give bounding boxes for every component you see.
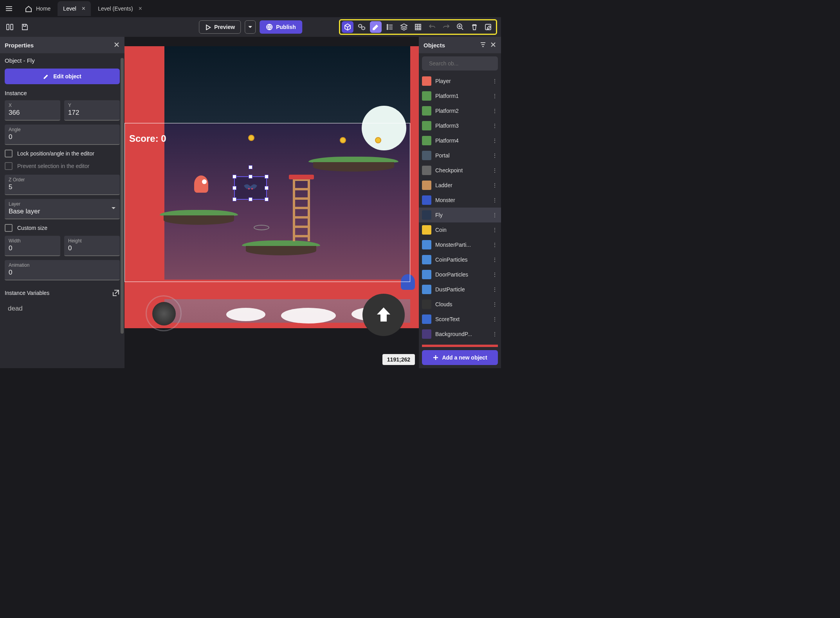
close-icon[interactable]: × — [139, 5, 142, 12]
panel-title: Objects — [424, 42, 445, 49]
object-menu-button[interactable]: ⋮ — [492, 212, 498, 218]
edit-tool-button[interactable] — [370, 21, 382, 33]
objects-search[interactable] — [422, 56, 498, 70]
zorder-input[interactable] — [9, 183, 116, 191]
close-button[interactable] — [490, 42, 496, 49]
delete-button[interactable] — [469, 21, 480, 33]
close-button[interactable] — [114, 42, 120, 49]
object-menu-button[interactable]: ⋮ — [492, 123, 498, 129]
object-item[interactable]: MonsterParti...⋮ — [419, 237, 501, 252]
y-input[interactable] — [68, 109, 116, 117]
resize-handle[interactable] — [233, 186, 236, 190]
save-button[interactable] — [19, 21, 31, 33]
angle-field[interactable]: Angle — [5, 125, 120, 145]
object-menu-button[interactable]: ⋮ — [492, 301, 498, 307]
height-input[interactable] — [68, 244, 116, 252]
object-item[interactable]: Coin⋮ — [419, 222, 501, 237]
object-item[interactable]: Ladder⋮ — [419, 178, 501, 193]
object-item[interactable]: DustParticle⋮ — [419, 282, 501, 297]
object-menu-button[interactable]: ⋮ — [492, 78, 498, 84]
resize-handle[interactable] — [233, 175, 236, 179]
object-item[interactable]: Monster⋮ — [419, 193, 501, 208]
undo-button[interactable] — [426, 21, 438, 33]
preview-button[interactable]: Preview — [199, 20, 241, 34]
panel-layout-button[interactable] — [4, 21, 16, 33]
instance-variables-row[interactable]: Instance Variables — [0, 284, 124, 302]
object-item[interactable]: Platform3⋮ — [419, 118, 501, 133]
object-menu-button[interactable]: ⋮ — [492, 182, 498, 188]
object-menu-button[interactable]: ⋮ — [492, 152, 498, 159]
object-item[interactable]: Platform1⋮ — [419, 89, 501, 103]
grid-button[interactable] — [412, 21, 424, 33]
zorder-field[interactable]: Z Order — [5, 175, 120, 195]
rotate-handle[interactable] — [249, 165, 252, 169]
layer-select[interactable]: Layer Base layer — [5, 199, 120, 219]
tab-level-events[interactable]: Level (Events) × — [92, 1, 148, 16]
object-menu-button[interactable]: ⋮ — [492, 242, 498, 248]
close-icon — [490, 42, 496, 48]
preview-dropdown-button[interactable] — [245, 20, 256, 34]
width-input[interactable] — [9, 244, 56, 252]
resize-handle[interactable] — [265, 186, 269, 190]
fly-selection[interactable] — [234, 176, 267, 200]
object-item[interactable]: Platform2⋮ — [419, 103, 501, 118]
lock-position-checkbox[interactable]: Lock position/angle in the editor — [5, 150, 120, 157]
svg-point-3 — [387, 25, 388, 26]
object-menu-button[interactable]: ⋮ — [492, 331, 498, 337]
zoom-button[interactable] — [454, 21, 466, 33]
object-menu-button[interactable]: ⋮ — [492, 286, 498, 293]
object-menu-button[interactable]: ⋮ — [492, 93, 498, 99]
group-tool-button[interactable] — [356, 21, 368, 33]
object-item[interactable]: ScoreText⋮ — [419, 312, 501, 327]
object-item[interactable]: DoorParticles⋮ — [419, 267, 501, 282]
menu-button[interactable] — [2, 2, 16, 15]
scrollbar[interactable] — [120, 58, 124, 364]
close-icon[interactable]: × — [82, 5, 85, 12]
custom-size-checkbox[interactable]: Custom size — [5, 224, 120, 232]
height-field[interactable]: Height — [64, 236, 120, 256]
publish-button[interactable]: Publish — [260, 20, 302, 34]
object-item[interactable]: Checkpoint⋮ — [419, 163, 501, 178]
object-item[interactable]: Portal⋮ — [419, 148, 501, 163]
object-menu-button[interactable]: ⋮ — [492, 316, 498, 322]
width-field[interactable]: Width — [5, 236, 60, 256]
resize-handle[interactable] — [265, 197, 269, 201]
add-object-button[interactable]: Add a new object — [422, 350, 498, 365]
settings-tool-button[interactable] — [483, 21, 494, 33]
tab-level[interactable]: Level × — [58, 1, 91, 16]
resize-handle[interactable] — [233, 197, 236, 201]
x-field[interactable]: X — [5, 100, 60, 121]
angle-input[interactable] — [9, 133, 116, 141]
object-menu-button[interactable]: ⋮ — [492, 197, 498, 203]
animation-input[interactable] — [9, 269, 116, 276]
object-item[interactable]: CoinParticles⋮ — [419, 252, 501, 267]
object-menu-button[interactable]: ⋮ — [492, 167, 498, 173]
object-menu-button[interactable]: ⋮ — [492, 108, 498, 114]
tab-home[interactable]: Home — [20, 1, 56, 16]
object-tool-button[interactable] — [342, 21, 353, 33]
animation-field[interactable]: Animation — [5, 260, 120, 280]
object-item[interactable]: BackgroundP...⋮ — [419, 327, 501, 342]
object-menu-button[interactable]: ⋮ — [492, 227, 498, 233]
resize-handle[interactable] — [265, 175, 269, 179]
scrollbar-thumb[interactable] — [121, 58, 124, 334]
scene-canvas[interactable]: Score: 0 — [124, 37, 419, 368]
object-item[interactable]: Player⋮ — [419, 74, 501, 89]
object-menu-button[interactable]: ⋮ — [492, 271, 498, 278]
filter-button[interactable] — [480, 42, 486, 49]
edit-object-button[interactable]: Edit object — [5, 69, 120, 84]
search-input[interactable] — [429, 60, 498, 67]
resize-handle[interactable] — [249, 175, 252, 179]
object-item[interactable]: Platform4⋮ — [419, 133, 501, 148]
prevent-selection-checkbox[interactable]: Prevent selection in the editor — [5, 162, 120, 170]
resize-handle[interactable] — [249, 197, 252, 201]
object-menu-button[interactable]: ⋮ — [492, 137, 498, 144]
redo-button[interactable] — [440, 21, 452, 33]
layers-button[interactable] — [398, 21, 410, 33]
object-menu-button[interactable]: ⋮ — [492, 257, 498, 263]
x-input[interactable] — [9, 109, 56, 117]
y-field[interactable]: Y — [64, 100, 120, 121]
object-item[interactable]: Fly⋮ — [419, 208, 501, 222]
instances-list-button[interactable] — [384, 21, 396, 33]
object-item[interactable]: Clouds⋮ — [419, 297, 501, 312]
